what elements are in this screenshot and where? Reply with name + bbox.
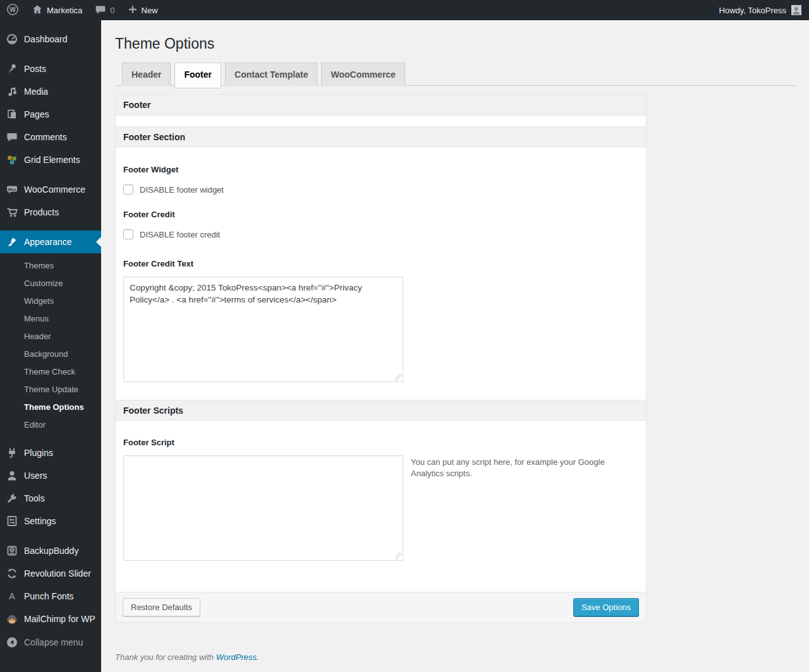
comments-menu[interactable]: 0 xyxy=(88,0,121,20)
sidebar-item-posts[interactable]: Posts xyxy=(0,57,101,80)
sidebar-item-label: MailChimp for WP xyxy=(24,613,95,625)
sidebar-item-label: BackupBuddy xyxy=(24,545,78,556)
sidebar-item-label: WooCommerce xyxy=(24,184,85,195)
footer-widget-check-row: DISABLE footer widget xyxy=(123,184,638,195)
submenu-item-theme-check[interactable]: Theme Check xyxy=(0,363,101,381)
sidebar-item-comments[interactable]: Comments xyxy=(0,126,101,148)
wordpress-logo-icon: W xyxy=(6,3,19,18)
theme-options-panel: Footer Footer Section Footer Widget DISA… xyxy=(115,94,647,623)
new-content-menu[interactable]: New xyxy=(121,0,164,20)
page-footer: Thank you for creating with WordPress. V… xyxy=(115,652,809,662)
footer-script-label: Footer Script xyxy=(123,438,638,448)
svg-text:W: W xyxy=(9,6,16,13)
footer-credit-check-row: DISABLE footer credit xyxy=(123,229,638,239)
sidebar-item-label: Media xyxy=(24,86,48,97)
sidebar-item-products[interactable]: Products xyxy=(0,201,101,224)
sidebar-item-label: Appearance xyxy=(24,236,72,248)
comments-icon xyxy=(6,131,18,143)
sidebar-item-users[interactable]: Users xyxy=(0,464,101,487)
sidebar-item-label: Punch Fonts xyxy=(24,591,74,602)
sidebar-item-label: Products xyxy=(24,207,59,218)
sidebar-item-label: Comments xyxy=(24,131,67,143)
restore-defaults-button[interactable]: Restore Defaults xyxy=(123,598,200,616)
sidebar-item-punch-fonts[interactable]: A Punch Fonts xyxy=(0,585,101,608)
collapse-menu-label: Collapse menu xyxy=(24,637,83,648)
submenu-item-themes[interactable]: Themes xyxy=(0,257,101,275)
refresh-arrows-icon xyxy=(6,567,18,580)
woocommerce-icon: Woo xyxy=(6,183,18,196)
submenu-item-theme-options[interactable]: Theme Options xyxy=(0,399,101,416)
sidebar-item-media[interactable]: Media xyxy=(0,80,101,103)
backup-icon xyxy=(6,544,18,557)
tab-footer[interactable]: Footer xyxy=(174,63,221,88)
menu-separator xyxy=(0,171,101,178)
submenu-item-header[interactable]: Header xyxy=(0,328,101,345)
site-name-menu[interactable]: Marketica xyxy=(25,0,88,20)
menu-separator xyxy=(0,532,101,539)
home-icon xyxy=(32,4,43,17)
admin-bar: W Marketica 0 New Howdy, TokoPress xyxy=(0,0,809,20)
wordpress-link[interactable]: WordPress. xyxy=(216,652,259,662)
grid-elements-icon xyxy=(6,153,18,166)
panel-footer: Restore Defaults Save Options xyxy=(116,592,646,622)
sidebar-item-revolution-slider[interactable]: Revolution Slider xyxy=(0,562,101,585)
footer-script-textarea-wrap xyxy=(123,455,403,561)
footer-widget-label: Footer Widget xyxy=(123,165,638,175)
footer-thanks: Thank you for creating with WordPress. xyxy=(115,652,259,662)
settings-icon xyxy=(6,515,18,527)
svg-text:A: A xyxy=(9,591,15,601)
footer-widget-checkbox-label: DISABLE footer widget xyxy=(140,185,224,195)
tab-contact-template[interactable]: Contact Template xyxy=(225,63,317,86)
footer-credit-textarea[interactable]: Copyright &copy; 2015 TokoPress<span><a … xyxy=(123,277,403,382)
tab-woocommerce[interactable]: WooCommerce xyxy=(321,63,404,86)
wordpress-logo-menu[interactable]: W xyxy=(0,0,25,20)
sidebar-item-dashboard[interactable]: Dashboard xyxy=(0,28,101,51)
submenu-item-menus[interactable]: Menus xyxy=(0,310,101,328)
submenu-item-widgets[interactable]: Widgets xyxy=(0,292,101,310)
mailchimp-monkey-icon xyxy=(6,613,18,625)
submenu-item-background[interactable]: Background xyxy=(0,345,101,363)
sidebar-item-label: Posts xyxy=(24,63,46,75)
avatar xyxy=(791,5,801,15)
sidebar-item-tools[interactable]: Tools xyxy=(0,487,101,510)
footer-credit-label: Footer Credit xyxy=(123,210,638,220)
sidebar-item-label: Dashboard xyxy=(24,33,68,45)
sidebar-item-woocommerce[interactable]: Woo WooCommerce xyxy=(0,178,101,201)
submenu-item-customize[interactable]: Customize xyxy=(0,275,101,292)
submenu-item-theme-update[interactable]: Theme Update xyxy=(0,381,101,399)
sidebar-item-settings[interactable]: Settings xyxy=(0,510,101,532)
svg-text:Woo: Woo xyxy=(8,188,16,191)
footer-thanks-text: Thank you for creating with xyxy=(115,652,216,662)
letter-a-icon: A xyxy=(6,590,18,603)
footer-credit-checkbox[interactable] xyxy=(123,229,133,239)
sidebar-item-plugins[interactable]: Plugins xyxy=(0,441,101,464)
sidebar-item-grid-elements[interactable]: Grid Elements xyxy=(0,148,101,171)
sidebar-item-appearance[interactable]: Appearance xyxy=(0,231,101,253)
section-header-footer-scripts: Footer Scripts xyxy=(116,400,646,421)
pages-icon xyxy=(6,108,18,121)
tab-header[interactable]: Header xyxy=(122,63,171,86)
save-options-button[interactable]: Save Options xyxy=(573,598,639,616)
sidebar-item-backupbuddy[interactable]: BackupBuddy xyxy=(0,539,101,562)
howdy-label: Howdy, TokoPress xyxy=(719,6,786,15)
sidebar-item-pages[interactable]: Pages xyxy=(0,103,101,126)
sidebar-item-label: Revolution Slider xyxy=(24,568,91,579)
sidebar-item-label: Tools xyxy=(24,493,45,504)
plugin-icon xyxy=(6,447,18,459)
page-title: Theme Options xyxy=(115,35,796,53)
sidebar-item-label: Pages xyxy=(24,109,49,120)
footer-script-textarea[interactable] xyxy=(123,455,403,561)
panel-strip xyxy=(116,116,646,126)
footer-script-row: You can put any script here, for example… xyxy=(116,448,646,561)
footer-credit-textarea-wrap: Copyright &copy; 2015 TokoPress<span><a … xyxy=(123,277,403,382)
collapse-menu-button[interactable]: Collapse menu xyxy=(0,631,101,654)
account-menu[interactable]: Howdy, TokoPress xyxy=(712,0,809,20)
submenu-item-editor[interactable]: Editor xyxy=(0,416,101,434)
sidebar-item-mailchimp[interactable]: MailChimp for WP xyxy=(0,608,101,630)
footer-widget-checkbox[interactable] xyxy=(123,184,133,195)
cart-icon xyxy=(6,206,18,219)
comment-count: 0 xyxy=(110,6,114,15)
wrench-icon xyxy=(6,492,18,505)
sidebar: Dashboard Posts Media Pages Comments Gri… xyxy=(0,20,101,672)
dashboard-icon xyxy=(6,33,18,45)
